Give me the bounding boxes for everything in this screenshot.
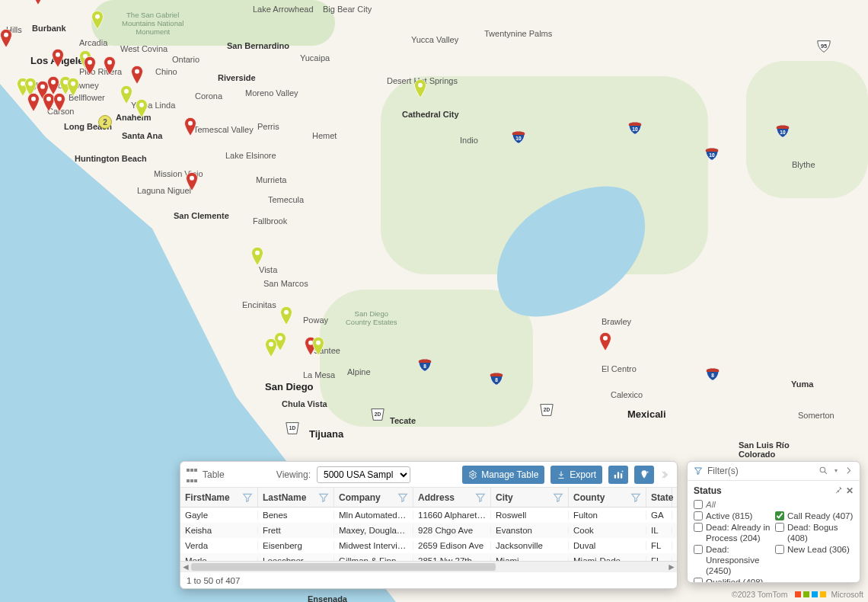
- filter-option[interactable]: Call Ready (407): [775, 511, 854, 521]
- filter-section-label: Status: [694, 485, 722, 496]
- column-filter-icon[interactable]: [475, 492, 486, 503]
- svg-point-18: [139, 103, 144, 107]
- red-pin-marker[interactable]: [130, 66, 144, 85]
- filter-checkbox[interactable]: [775, 523, 784, 532]
- green-pin-marker[interactable]: [135, 99, 148, 119]
- green-pin-marker[interactable]: [279, 306, 293, 326]
- cell-county: Cook: [569, 526, 646, 535]
- zoom-chevron-icon[interactable]: ▾: [834, 467, 838, 474]
- cell-city: Roswell: [491, 511, 569, 520]
- filter-checkbox[interactable]: [775, 545, 784, 554]
- green-pin-marker[interactable]: [264, 338, 278, 358]
- column-label: LastName: [263, 492, 306, 503]
- column-filter-icon[interactable]: [318, 492, 329, 503]
- column-header-lastname[interactable]: LastName: [258, 488, 334, 507]
- column-header-city[interactable]: City: [491, 488, 569, 507]
- table-body[interactable]: GayleBenesMln Automated Syst…11660 Alpha…: [180, 508, 677, 561]
- filter-option[interactable]: Dead: Already in Process (204): [694, 522, 772, 543]
- filter-checkbox[interactable]: [694, 545, 703, 554]
- red-pin-marker[interactable]: [51, 49, 65, 69]
- red-pin-marker[interactable]: [185, 172, 199, 192]
- dataset-select[interactable]: 5000 USA Sampl: [317, 466, 410, 483]
- table-row[interactable]: KeishaFrettMaxey, Douglas C928 Chgo AveE…: [180, 523, 677, 538]
- svg-point-12: [71, 82, 75, 86]
- table-row[interactable]: VerdaEisenbergMidwest Interview & …2659 …: [180, 538, 677, 553]
- green-pin-marker[interactable]: [91, 11, 104, 30]
- red-pin-marker[interactable]: [598, 332, 612, 352]
- gear-icon: [468, 470, 477, 479]
- filter-checkbox[interactable]: [694, 523, 703, 532]
- cell-address: 928 Chgo Ave: [413, 526, 491, 535]
- row-count-label: 1 to 50 of 407: [187, 576, 240, 585]
- highway-shield-icon: 2D: [539, 403, 554, 415]
- column-label: State: [651, 492, 673, 503]
- column-header-address[interactable]: Address: [413, 488, 491, 507]
- filter-option[interactable]: New Lead (306): [775, 544, 854, 576]
- zoom-icon[interactable]: [819, 466, 828, 476]
- filter-option[interactable]: Qualified (408): [694, 577, 772, 582]
- red-pin-marker[interactable]: [31, 0, 45, 6]
- svg-text:+: +: [646, 469, 649, 474]
- close-section-icon[interactable]: ✕: [846, 485, 854, 496]
- cell-lastname: Eisenberg: [258, 541, 334, 550]
- green-pin-marker[interactable]: [120, 85, 133, 105]
- export-button[interactable]: Export: [550, 466, 602, 484]
- column-header-firstname[interactable]: FirstName: [180, 488, 258, 507]
- manage-table-button[interactable]: Manage Table: [462, 466, 544, 484]
- green-pin-marker[interactable]: [311, 337, 325, 357]
- filter-checkbox[interactable]: [694, 500, 703, 509]
- column-header-company[interactable]: Company: [334, 488, 413, 507]
- pin-icon[interactable]: [834, 485, 843, 494]
- column-filter-icon[interactable]: [397, 492, 408, 503]
- expand-panel-icon[interactable]: [660, 469, 671, 480]
- scroll-right-arrow[interactable]: ►: [666, 562, 677, 572]
- scroll-thumb[interactable]: [191, 563, 496, 571]
- pin-plus-icon: +: [639, 469, 649, 480]
- table-toolbar: Table Viewing: 5000 USA Sampl Manage Tab…: [180, 462, 677, 488]
- column-header-state[interactable]: State: [646, 488, 672, 507]
- filter-checkbox[interactable]: [694, 578, 703, 582]
- red-pin-marker[interactable]: [83, 56, 97, 76]
- red-pin-marker[interactable]: [0, 29, 13, 49]
- export-icon: [557, 470, 566, 479]
- column-filter-icon[interactable]: [553, 492, 563, 503]
- manage-table-label: Manage Table: [481, 469, 538, 480]
- chart-button[interactable]: +: [608, 466, 628, 484]
- filter-checkbox[interactable]: [694, 511, 703, 520]
- funnel-icon: [694, 466, 703, 476]
- svg-point-15: [46, 97, 51, 101]
- red-pin-marker[interactable]: [27, 93, 40, 113]
- filter-checkbox[interactable]: [775, 511, 784, 520]
- green-pin-marker[interactable]: [413, 79, 427, 99]
- svg-point-17: [124, 89, 129, 94]
- red-pin-marker[interactable]: [53, 93, 66, 113]
- column-filter-icon[interactable]: [630, 492, 641, 503]
- svg-rect-41: [614, 475, 616, 479]
- add-pin-button[interactable]: +: [634, 466, 654, 484]
- filter-section-header: Status ✕: [688, 481, 860, 498]
- filter-option[interactable]: Dead: Bogus (408): [775, 522, 854, 543]
- green-pin-marker[interactable]: [66, 78, 80, 98]
- table-row[interactable]: GayleBenesMln Automated Syst…11660 Alpha…: [180, 508, 677, 523]
- export-label: Export: [570, 469, 596, 480]
- filter-option[interactable]: All: [694, 499, 854, 510]
- table-row[interactable]: MerleLoeschnerGillman & Finney Ad…2851 N…: [180, 553, 677, 561]
- red-pin-marker[interactable]: [103, 56, 116, 76]
- highway-shield-icon: 8: [705, 368, 720, 380]
- filter-option[interactable]: Active (815): [694, 511, 772, 521]
- column-filter-icon[interactable]: [242, 492, 253, 503]
- scroll-left-arrow[interactable]: ◄: [180, 562, 191, 572]
- svg-point-24: [284, 310, 289, 315]
- svg-point-28: [603, 336, 608, 341]
- horizontal-scrollbar[interactable]: ◄ ►: [180, 561, 677, 572]
- expand-filter-icon[interactable]: [844, 466, 854, 476]
- filter-option[interactable]: Dead: Unresponsive (2450): [694, 544, 772, 576]
- red-pin-marker[interactable]: [183, 117, 197, 137]
- svg-text:8: 8: [423, 363, 426, 369]
- cluster-marker[interactable]: 2: [98, 115, 112, 129]
- map-attribution: ©2023 TomTom Microsoft: [732, 590, 863, 599]
- svg-text:8: 8: [495, 377, 498, 383]
- svg-point-8: [28, 82, 33, 86]
- column-header-county[interactable]: County: [569, 488, 646, 507]
- green-pin-marker[interactable]: [251, 247, 264, 267]
